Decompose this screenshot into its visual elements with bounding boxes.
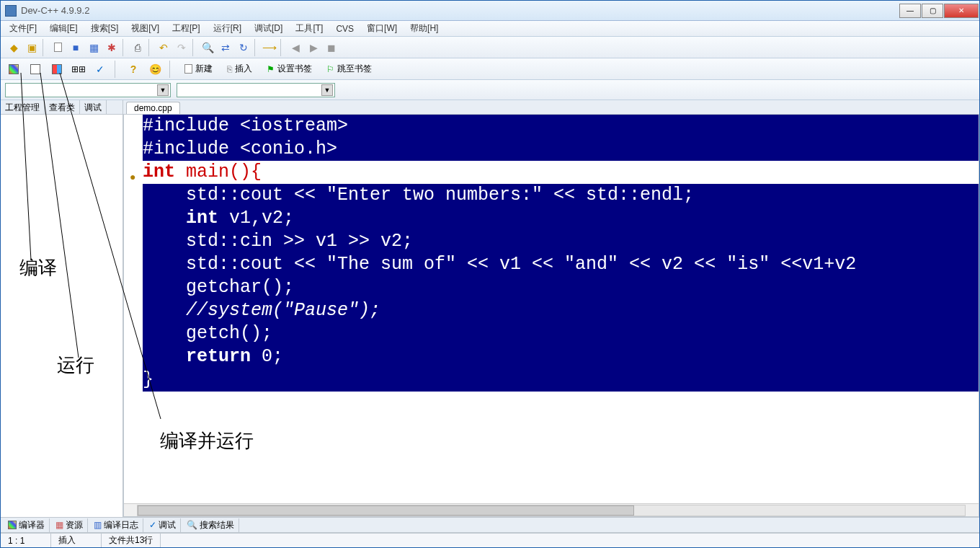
menu-help[interactable]: 帮助[H] (404, 21, 444, 36)
btab-debug[interactable]: ✓调试 (145, 518, 181, 532)
combo-row: ▼ ▼ (1, 80, 979, 100)
side-tab-classes[interactable]: 查看类 (45, 100, 80, 114)
file-tabs: demo.cpp (123, 100, 979, 115)
minimize-button[interactable]: — (899, 4, 921, 18)
btab-resource[interactable]: ▦资源 (51, 518, 88, 532)
code-line[interactable]: std::cin >> v1 >> v2; (131, 230, 979, 253)
redo-icon[interactable]: ↷ (173, 39, 190, 56)
menu-run[interactable]: 运行[R] (208, 21, 247, 36)
side-tab-debug[interactable]: 调试 (80, 100, 107, 114)
new-button[interactable]: 新建 (179, 61, 218, 77)
insert-button[interactable]: ⎘插入 (222, 61, 257, 77)
menu-window[interactable]: 窗口[W] (361, 21, 403, 36)
btab-search[interactable]: 🔍搜索结果 (182, 518, 239, 532)
menu-search[interactable]: 搜索[S] (85, 21, 125, 36)
set-bookmark-label: 设置书签 (277, 63, 312, 75)
app-icon (5, 5, 17, 17)
about-icon[interactable]: 😊 (146, 61, 164, 78)
toolbar-secondary: ⊞⊞ ✓ ? 😊 新建 ⎘插入 ⚑设置书签 ⚐跳至书签 (1, 58, 979, 80)
shield-icon[interactable]: ◆ (5, 39, 22, 56)
status-mode: 插入 (51, 534, 102, 547)
run-icon[interactable] (27, 61, 44, 78)
goto-bookmark-label: 跳至书签 (337, 63, 372, 75)
goto-icon[interactable]: ⟶ (261, 39, 278, 56)
replace-icon[interactable]: ⇄ (217, 39, 234, 56)
title-bar: Dev-C++ 4.9.9.2 — ▢ ✕ (1, 1, 979, 21)
print-icon[interactable]: ⎙ (129, 39, 146, 56)
code-line[interactable]: //system("Pause"); (131, 299, 979, 322)
goto-bookmark-button[interactable]: ⚐跳至书签 (321, 61, 377, 77)
gear-icon[interactable]: ✱ (103, 39, 120, 56)
menu-tools[interactable]: 工具[T] (290, 21, 329, 36)
code-line[interactable]: #include <conio.h> (131, 138, 979, 161)
btab-compile-log[interactable]: ▥编译日志 (89, 518, 143, 532)
side-tab-project[interactable]: 工程管理 (1, 100, 45, 114)
code-line[interactable]: return 0; (131, 345, 979, 368)
code-line[interactable]: std::cout << "The sum of" << v1 << "and"… (131, 253, 979, 276)
bottom-tabs: 编译器 ▦资源 ▥编译日志 ✓调试 🔍搜索结果 (1, 517, 979, 533)
rebuild-icon[interactable]: ⊞⊞ (70, 61, 87, 78)
sidebar-body: 编译 运行 (1, 115, 122, 517)
insert-label: 插入 (235, 63, 252, 75)
toolbar-main: ◆ ▣ ■ ▦ ✱ ⎙ ↶ ↷ 🔍 ⇄ ↻ ⟶ ◀ ▶ ◼ (1, 37, 979, 58)
sidebar: 工程管理 查看类 调试 编译 运行 (1, 100, 123, 517)
horizontal-scrollbar[interactable] (124, 503, 979, 516)
code-line[interactable]: } (131, 368, 979, 392)
saveall-icon[interactable]: ▦ (85, 39, 102, 56)
set-bookmark-button[interactable]: ⚑设置书签 (262, 61, 317, 77)
status-lines: 文件共13行 (102, 534, 161, 547)
find-icon[interactable]: 🔍 (199, 39, 216, 56)
compile-icon[interactable] (5, 61, 22, 78)
code-line[interactable]: ●int main(){ (131, 161, 979, 184)
file-tab-demo[interactable]: demo.cpp (126, 102, 180, 114)
menu-debug[interactable]: 调试[D] (249, 21, 288, 36)
code-line[interactable]: std::cout << "Enter two numbers:" << std… (131, 184, 979, 207)
nav-prev-icon[interactable]: ◀ (287, 39, 304, 56)
annotation-run: 运行 (57, 353, 94, 378)
menu-file[interactable]: 文件[F] (4, 21, 43, 36)
page-icon[interactable] (49, 39, 66, 56)
member-combo[interactable]: ▼ (177, 83, 335, 97)
code-editor[interactable]: #include <iostream>#include <conio.h>●in… (123, 115, 979, 517)
maximize-button[interactable]: ▢ (922, 4, 943, 18)
findnext-icon[interactable]: ↻ (235, 39, 252, 56)
menu-edit[interactable]: 编辑[E] (44, 21, 84, 36)
menu-view[interactable]: 视图[V] (125, 21, 165, 36)
menu-project[interactable]: 工程[P] (166, 21, 206, 36)
btab-compiler[interactable]: 编译器 (4, 518, 50, 532)
menu-cvs[interactable]: CVS (330, 22, 360, 35)
help-icon[interactable]: ? (125, 61, 142, 78)
menu-bar: 文件[F] 编辑[E] 搜索[S] 视图[V] 工程[P] 运行[R] 调试[D… (1, 21, 979, 37)
status-bar: 1 : 1 插入 文件共13行 (1, 533, 979, 547)
annotation-compile-run: 编译并运行 (160, 428, 254, 454)
save-icon[interactable]: ■ (67, 39, 84, 56)
annotation-compile: 编译 (19, 255, 57, 280)
window-title: Dev-C++ 4.9.9.2 (21, 5, 89, 16)
close-button[interactable]: ✕ (944, 4, 979, 18)
code-line[interactable]: getchar(); (131, 276, 979, 299)
status-pos: 1 : 1 (1, 534, 51, 547)
nav-next-icon[interactable]: ▶ (305, 39, 322, 56)
debug-icon[interactable]: ✓ (92, 61, 109, 78)
class-combo[interactable]: ▼ (5, 83, 171, 97)
code-line[interactable]: int v1,v2; (131, 207, 979, 230)
code-line[interactable]: getch(); (131, 322, 979, 345)
new-label: 新建 (195, 63, 213, 75)
undo-icon[interactable]: ↶ (155, 39, 172, 56)
stop-icon[interactable]: ◼ (323, 39, 340, 56)
compile-run-icon[interactable] (48, 61, 66, 78)
open-icon[interactable]: ▣ (23, 39, 40, 56)
code-line[interactable]: #include <iostream> (131, 115, 979, 138)
